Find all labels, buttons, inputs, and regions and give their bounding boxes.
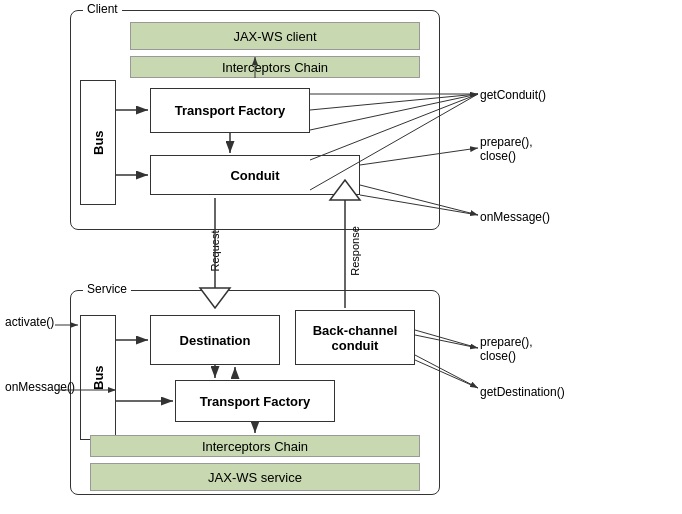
request-label: Request xyxy=(209,231,221,272)
jaxws-client-bar: JAX-WS client xyxy=(130,22,420,50)
client-label: Client xyxy=(83,2,122,16)
activate-label: activate() xyxy=(5,315,54,329)
get-destination-label: getDestination() xyxy=(480,385,565,399)
response-label: Response xyxy=(349,226,361,276)
on-message-service-label: onMessage() xyxy=(5,380,75,394)
jaxws-service-bar: JAX-WS service xyxy=(90,463,420,491)
transport-factory-client: Transport Factory xyxy=(150,88,310,133)
on-message-client-label: onMessage() xyxy=(480,210,550,224)
transport-factory-service: Transport Factory xyxy=(175,380,335,422)
prepare-close-client-label: prepare(), close() xyxy=(480,135,533,163)
diagram: Client JAX-WS client Interceptors Chain … xyxy=(0,0,682,514)
prepare-close-service-label: prepare(), close() xyxy=(480,335,533,363)
conduit-box: Conduit xyxy=(150,155,360,195)
interceptors-client-bar: Interceptors Chain xyxy=(130,56,420,78)
service-label: Service xyxy=(83,282,131,296)
back-channel-box: Back-channel conduit xyxy=(295,310,415,365)
interceptors-service-bar: Interceptors Chain xyxy=(90,435,420,457)
bus-client: Bus xyxy=(80,80,116,205)
bus-service: Bus xyxy=(80,315,116,440)
get-conduit-label: getConduit() xyxy=(480,88,546,102)
destination-box: Destination xyxy=(150,315,280,365)
